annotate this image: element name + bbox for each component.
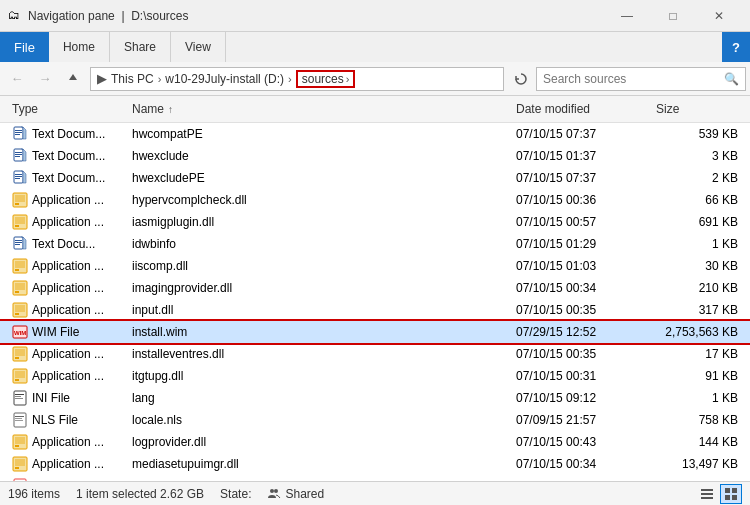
file-row[interactable]: WIM WIM File install.wim 07/29/15 12:52 …: [0, 321, 750, 343]
ribbon-view-tab[interactable]: View: [171, 32, 226, 62]
file-name-cell: logprovider.dll: [128, 435, 512, 449]
file-row[interactable]: Application ... mediasetupuimgr.dll 07/1…: [0, 453, 750, 475]
close-button[interactable]: ✕: [696, 0, 742, 32]
back-button[interactable]: ←: [4, 66, 30, 92]
file-type-icon: [12, 390, 28, 406]
file-size-cell: 2,753,563 KB: [652, 325, 742, 339]
file-name: installeventres.dll: [132, 347, 224, 361]
file-row[interactable]: Text Docu... idwbinfo 07/10/15 01:29 1 K…: [0, 233, 750, 255]
svg-rect-27: [15, 291, 19, 293]
file-date-cell: 07/10/15 07:37: [512, 171, 652, 185]
file-date-cell: 07/10/15 00:36: [512, 193, 652, 207]
file-row[interactable]: Application ... logprovider.dll 07/10/15…: [0, 431, 750, 453]
file-type-label: INI File: [32, 391, 70, 405]
file-row[interactable]: Application ... itgtupg.dll 07/10/15 00:…: [0, 365, 750, 387]
file-name: input.dll: [132, 303, 173, 317]
file-name-cell: iiscomp.dll: [128, 259, 512, 273]
file-size: 2 KB: [712, 171, 738, 185]
file-date: 07/10/15 01:29: [516, 237, 596, 251]
details-view-button[interactable]: [720, 484, 742, 504]
file-name: itgtupg.dll: [132, 369, 183, 383]
svg-rect-2: [15, 132, 22, 133]
file-type-icon: [12, 148, 28, 164]
file-date: 07/10/15 00:31: [516, 369, 596, 383]
file-row[interactable]: Text Docum... hwexclude 07/10/15 01:37 3…: [0, 145, 750, 167]
file-name-cell: input.dll: [128, 303, 512, 317]
minimize-button[interactable]: —: [604, 0, 650, 32]
file-type-cell: Application ...: [8, 258, 128, 274]
refresh-button[interactable]: [508, 66, 534, 92]
file-row[interactable]: Application ... hypervcomplcheck.dll 07/…: [0, 189, 750, 211]
up-button[interactable]: [60, 66, 86, 92]
help-button[interactable]: ?: [722, 32, 750, 62]
svg-rect-48: [15, 437, 25, 444]
header-name[interactable]: Name ↑: [128, 100, 512, 118]
breadcrumb-this-pc[interactable]: This PC: [111, 72, 154, 86]
file-row[interactable]: NLS File locale.nls 07/09/15 21:57 758 K…: [0, 409, 750, 431]
breadcrumb-drive[interactable]: w10-29July-install (D:): [165, 72, 284, 86]
svg-point-61: [270, 489, 274, 493]
breadcrumb-sources[interactable]: sources ›: [296, 70, 356, 88]
file-name-cell: locale.nls: [128, 413, 512, 427]
file-row[interactable]: Application ... iasmigplugin.dll 07/10/1…: [0, 211, 750, 233]
svg-rect-68: [725, 495, 730, 500]
file-size: 13,497 KB: [682, 457, 738, 471]
breadcrumb: ▶ This PC › w10-29July-install (D:) › so…: [90, 67, 504, 91]
file-type-icon: WIM: [12, 324, 28, 340]
file-row[interactable]: Application ... imagingprovider.dll 07/1…: [0, 277, 750, 299]
file-size: 17 KB: [705, 347, 738, 361]
file-type-icon: [12, 236, 28, 252]
file-size: 584 KB: [699, 479, 738, 481]
file-row[interactable]: Application ... input.dll 07/10/15 00:35…: [0, 299, 750, 321]
header-size[interactable]: Size: [652, 100, 742, 118]
file-size-cell: 1 KB: [652, 237, 742, 251]
file-size-cell: 210 KB: [652, 281, 742, 295]
file-date-cell: 06/17/15 21:13: [512, 479, 652, 481]
ribbon-file-tab[interactable]: File: [0, 32, 49, 62]
file-size: 758 KB: [699, 413, 738, 427]
file-row[interactable]: INI File lang 07/10/15 09:12 1 KB: [0, 387, 750, 409]
ribbon-home-tab[interactable]: Home: [49, 32, 110, 62]
file-size: 1 KB: [712, 391, 738, 405]
svg-rect-11: [15, 178, 20, 179]
file-type-label: Application ...: [32, 347, 104, 361]
svg-rect-26: [15, 283, 25, 290]
file-row[interactable]: XML XML Docu... migapp 06/17/15 21:13 58…: [0, 475, 750, 481]
file-name-cell: hypervcomplcheck.dll: [128, 193, 512, 207]
file-type-cell: Application ...: [8, 368, 128, 384]
file-row[interactable]: Application ... iiscomp.dll 07/10/15 01:…: [0, 255, 750, 277]
svg-rect-21: [15, 244, 20, 245]
ribbon-share-tab[interactable]: Share: [110, 32, 171, 62]
file-size-cell: 17 KB: [652, 347, 742, 361]
file-name: hypervcomplcheck.dll: [132, 193, 247, 207]
file-size-cell: 691 KB: [652, 215, 742, 229]
maximize-button[interactable]: □: [650, 0, 696, 32]
file-type-cell: Application ...: [8, 456, 128, 472]
file-type-label: Application ...: [32, 457, 104, 471]
forward-button[interactable]: →: [32, 66, 58, 92]
file-row[interactable]: Text Docum... hwcompatPE 07/10/15 07:37 …: [0, 123, 750, 145]
file-type-cell: WIM WIM File: [8, 324, 128, 340]
file-row[interactable]: Application ... installeventres.dll 07/1…: [0, 343, 750, 365]
file-type-label: Application ...: [32, 281, 104, 295]
list-view-button[interactable]: [696, 484, 718, 504]
file-name-cell: installeventres.dll: [128, 347, 512, 361]
file-name-cell: idwbinfo: [128, 237, 512, 251]
file-size: 144 KB: [699, 435, 738, 449]
file-size-cell: 317 KB: [652, 303, 742, 317]
file-date: 06/17/15 21:13: [516, 479, 596, 481]
svg-rect-65: [701, 497, 713, 499]
state-value-area: Shared: [267, 487, 324, 501]
header-type[interactable]: Type: [8, 100, 128, 118]
svg-rect-1: [15, 130, 22, 131]
file-name: lang: [132, 391, 155, 405]
shared-icon: [267, 487, 281, 501]
svg-rect-46: [15, 420, 23, 421]
file-name-cell: hwexcludePE: [128, 171, 512, 185]
file-row[interactable]: Text Docum... hwexcludePE 07/10/15 07:37…: [0, 167, 750, 189]
search-box[interactable]: 🔍: [536, 67, 746, 91]
file-type-icon: [12, 412, 28, 428]
search-input[interactable]: [543, 72, 724, 86]
header-date[interactable]: Date modified: [512, 100, 652, 118]
svg-text:WIM: WIM: [14, 330, 26, 336]
